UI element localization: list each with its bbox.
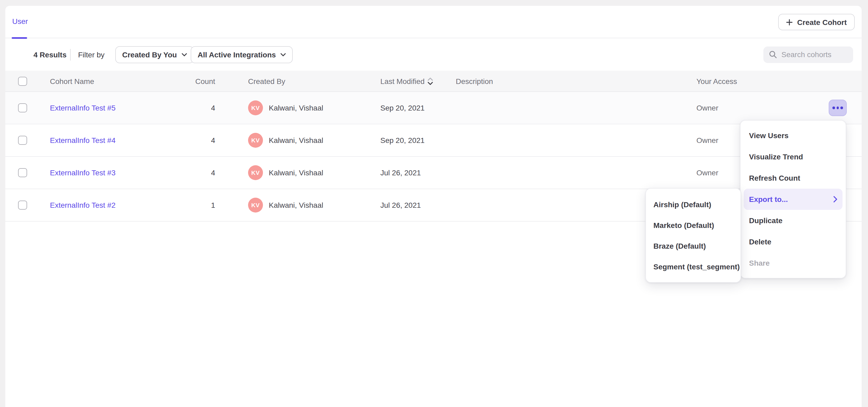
- cohort-name-link[interactable]: ExternalInfo Test #2: [50, 201, 116, 209]
- cohort-name-link[interactable]: ExternalInfo Test #5: [50, 104, 116, 112]
- column-description[interactable]: Description: [456, 77, 493, 85]
- submenu-item-airship[interactable]: Airship (Default): [646, 194, 741, 215]
- chevron-right-icon: [834, 196, 837, 202]
- filter-bar: 4 Results Filter by Created By You All A…: [5, 38, 862, 71]
- creator-name: Kalwani, Vishaal: [269, 168, 323, 177]
- menu-item-export-to[interactable]: Export to...: [744, 189, 842, 210]
- select-all-checkbox[interactable]: [18, 76, 27, 86]
- menu-item-duplicate[interactable]: Duplicate: [741, 210, 846, 231]
- submenu-item-braze[interactable]: Braze (Default): [646, 236, 741, 256]
- column-cohort-name[interactable]: Cohort Name: [50, 77, 94, 85]
- ellipsis-icon: [833, 107, 835, 109]
- table-row: ExternalInfo Test #4 4 KVKalwani, Vishaa…: [5, 124, 862, 157]
- last-modified-date: Jul 26, 2021: [380, 168, 421, 177]
- tab-bar: User Create Cohort: [5, 6, 862, 38]
- created-by-dropdown[interactable]: Created By You: [115, 46, 194, 63]
- creator-name: Kalwani, Vishaal: [269, 201, 323, 209]
- cohorts-page: User Create Cohort 4 Results Filter by C…: [0, 0, 868, 407]
- cohort-count: 4: [211, 168, 215, 177]
- row-actions-button[interactable]: [829, 100, 847, 116]
- creator-name: Kalwani, Vishaal: [269, 136, 323, 145]
- integrations-dropdown-label: All Active Integrations: [197, 50, 276, 59]
- filter-by-label: Filter by: [78, 50, 105, 59]
- access-value: Owner: [696, 168, 718, 177]
- row-checkbox[interactable]: [18, 103, 27, 113]
- search-cohorts-box[interactable]: [763, 46, 853, 63]
- column-last-modified-label: Last Modified: [380, 77, 425, 85]
- plus-icon: [786, 19, 792, 25]
- menu-item-view-users[interactable]: View Users: [741, 125, 846, 146]
- cohort-count: 1: [211, 201, 215, 209]
- last-modified-date: Sep 20, 2021: [380, 104, 425, 112]
- avatar: KV: [248, 198, 263, 213]
- table-row: ExternalInfo Test #5 4 KVKalwani, Vishaa…: [5, 92, 862, 124]
- created-by-dropdown-label: Created By You: [122, 50, 177, 59]
- integrations-dropdown[interactable]: All Active Integrations: [191, 46, 293, 63]
- chevron-down-icon: [182, 53, 187, 56]
- table-row: ExternalInfo Test #3 4 KVKalwani, Vishaa…: [5, 157, 862, 189]
- last-modified-date: Jul 26, 2021: [380, 201, 421, 209]
- access-value: Owner: [696, 136, 718, 145]
- creator-name: Kalwani, Vishaal: [269, 104, 323, 112]
- search-cohorts-input[interactable]: [781, 50, 845, 59]
- create-cohort-label: Create Cohort: [797, 18, 847, 26]
- row-checkbox[interactable]: [18, 200, 27, 210]
- table-header: Cohort Name Count Created By Last Modifi…: [5, 71, 862, 92]
- create-cohort-button[interactable]: Create Cohort: [778, 14, 855, 30]
- row-checkbox[interactable]: [18, 168, 27, 177]
- menu-item-refresh-count[interactable]: Refresh Count: [741, 167, 846, 189]
- column-created-by[interactable]: Created By: [248, 77, 285, 85]
- row-checkbox[interactable]: [18, 136, 27, 145]
- search-icon: [769, 50, 777, 59]
- avatar: KV: [248, 100, 263, 115]
- row-context-menu: View Users Visualize Trend Refresh Count…: [740, 120, 846, 278]
- results-count: 4 Results: [33, 50, 67, 59]
- sort-icon[interactable]: [428, 77, 433, 85]
- menu-item-export-to-label: Export to...: [749, 195, 788, 204]
- chevron-down-icon: [281, 53, 286, 56]
- menu-item-visualize-trend[interactable]: Visualize Trend: [741, 146, 846, 167]
- submenu-item-segment[interactable]: Segment (test_segment): [646, 256, 741, 277]
- cohort-name-link[interactable]: ExternalInfo Test #3: [50, 168, 116, 177]
- submenu-item-marketo[interactable]: Marketo (Default): [646, 215, 741, 236]
- cohort-count: 4: [211, 136, 215, 145]
- column-your-access[interactable]: Your Access: [696, 77, 737, 85]
- tab-user[interactable]: User: [12, 17, 28, 26]
- avatar: KV: [248, 165, 263, 180]
- column-last-modified[interactable]: Last Modified: [380, 77, 433, 85]
- last-modified-date: Sep 20, 2021: [380, 136, 425, 145]
- access-value: Owner: [696, 104, 718, 112]
- cohort-name-link[interactable]: ExternalInfo Test #4: [50, 136, 116, 145]
- filter-divider: [70, 49, 71, 60]
- menu-item-delete[interactable]: Delete: [741, 231, 846, 252]
- export-submenu: Airship (Default) Marketo (Default) Braz…: [645, 188, 741, 283]
- menu-item-share: Share: [741, 252, 846, 274]
- cohort-count: 4: [211, 104, 215, 112]
- avatar: KV: [248, 133, 263, 148]
- column-count[interactable]: Count: [154, 77, 215, 85]
